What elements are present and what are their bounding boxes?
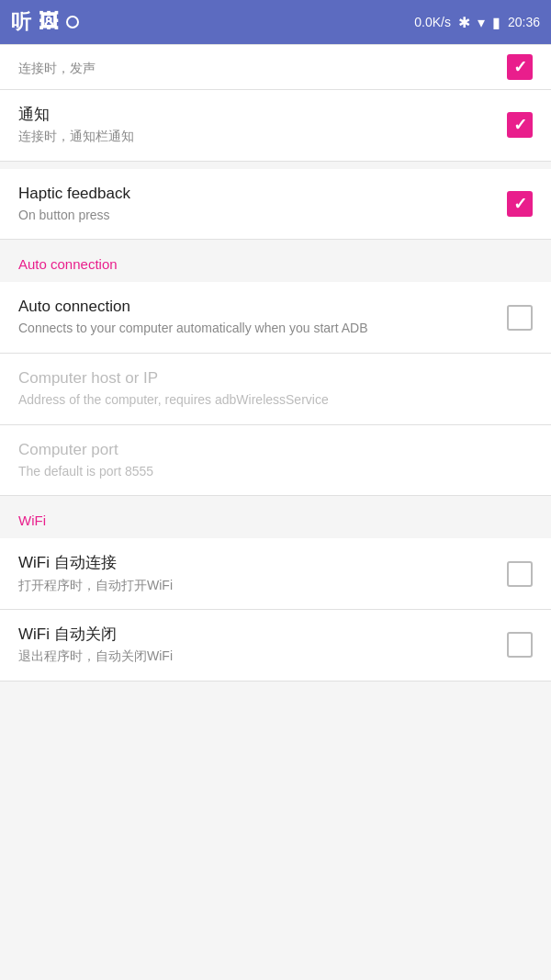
checkbox-autoconnect[interactable] (507, 305, 533, 331)
list-item-haptic[interactable]: Haptic feedback On button press (0, 169, 551, 241)
item-subtitle-wifi-auto-on: 打开程序时，自动打开WiFi (18, 577, 492, 595)
checkbox-haptic[interactable] (507, 191, 533, 217)
section-header-wifi: WiFi (0, 496, 551, 538)
item-title-port: Computer port (18, 440, 518, 460)
item-subtitle-haptic: On button press (18, 207, 492, 225)
list-item-wifi-auto-on[interactable]: WiFi 自动连接 打开程序时，自动打开WiFi (0, 538, 551, 610)
list-item-autoconnect[interactable]: Auto connection Connects to your compute… (0, 282, 551, 354)
clock: 20:36 (508, 15, 540, 29)
item-title-wifi-auto-off: WiFi 自动关闭 (18, 625, 492, 645)
section-header-label-wifi: WiFi (18, 513, 46, 528)
wifi-icon: ▾ (478, 14, 485, 31)
item-content-wifi-auto-off: WiFi 自动关闭 退出程序时，自动关闭WiFi (18, 625, 507, 666)
item-subtitle-port: The default is port 8555 (18, 463, 518, 481)
battery-icon: ▮ (492, 14, 500, 31)
checkbox-notify[interactable] (507, 112, 533, 138)
status-bar: 听 🖼 0.0K/s ✱ ▾ ▮ 20:36 (0, 0, 551, 44)
list-item-port: Computer port The default is port 8555 (0, 425, 551, 497)
item-subtitle-notify: 连接时，通知栏通知 (18, 128, 492, 146)
item-subtitle-wifi-auto-off: 退出程序时，自动关闭WiFi (18, 648, 492, 666)
checkbox-sound[interactable] (507, 54, 533, 80)
status-bar-right: 0.0K/s ✱ ▾ ▮ 20:36 (414, 14, 540, 31)
item-title-haptic: Haptic feedback (18, 184, 492, 204)
checkbox-wifi-auto-off[interactable] (507, 632, 533, 658)
item-content-notify: 通知 连接时，通知栏通知 (18, 105, 507, 146)
item-content-port: Computer port The default is port 8555 (18, 440, 533, 481)
item-content-haptic: Haptic feedback On button press (18, 184, 507, 225)
item-content-autoconnect: Auto connection Connects to your compute… (18, 297, 507, 338)
record-icon (66, 16, 79, 28)
checkbox-wifi-auto-on[interactable] (507, 561, 533, 587)
section-header-autoconnect: Auto connection (0, 240, 551, 282)
list-item-wifi-auto-off[interactable]: WiFi 自动关闭 退出程序时，自动关闭WiFi (0, 610, 551, 681)
status-bar-left: 听 🖼 (11, 8, 79, 36)
network-speed: 0.0K/s (414, 15, 451, 29)
list-item-host: Computer host or IP Address of the compu… (0, 354, 551, 425)
list-item-notify[interactable]: 通知 连接时，通知栏通知 (0, 90, 551, 162)
item-title-host: Computer host or IP (18, 368, 518, 389)
bluetooth-icon: ✱ (458, 14, 470, 31)
item-content-sound: 连接时，发声 (18, 57, 507, 78)
app-icon: 听 (11, 8, 31, 36)
item-title-wifi-auto-on: WiFi 自动连接 (18, 553, 492, 573)
settings-list: 通知 连接时，通知栏通知 Haptic feedback On button p… (0, 90, 551, 681)
image-icon: 🖼 (39, 10, 59, 34)
item-subtitle-host: Address of the computer, requires adbWir… (18, 391, 518, 410)
section-header-label-autoconnect: Auto connection (18, 256, 118, 272)
item-content-wifi-auto-on: WiFi 自动连接 打开程序时，自动打开WiFi (18, 553, 507, 594)
item-title-autoconnect: Auto connection (18, 297, 492, 317)
item-title-notify: 通知 (18, 105, 492, 125)
item-subtitle-autoconnect: Connects to your computer automatically … (18, 320, 492, 338)
item-subtitle-sound: 连接时，发声 (18, 60, 492, 78)
list-item-sound: 连接时，发声 (0, 44, 551, 90)
item-content-host: Computer host or IP Address of the compu… (18, 368, 533, 410)
